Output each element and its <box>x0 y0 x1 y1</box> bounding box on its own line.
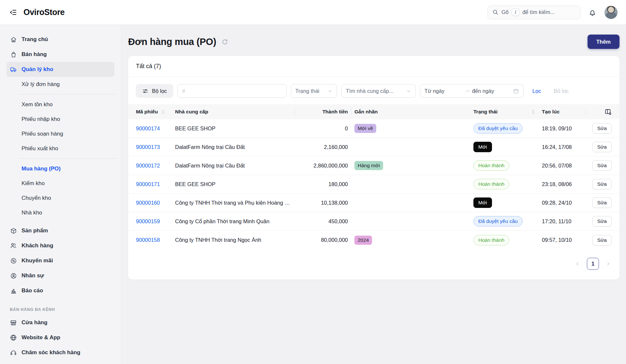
sidebar-sub-item[interactable]: Phiếu nhập kho <box>7 112 114 126</box>
amount-cell: 80,000,000 <box>299 237 348 243</box>
sliders-icon <box>142 88 148 94</box>
table-row: 90000160 Công ty TNHH Thời trang và Phụ … <box>128 194 619 212</box>
global-search-input[interactable]: Gõ / để tìm kiếm... <box>487 6 580 19</box>
amount-cell: 2,160,000 <box>299 144 348 150</box>
sidebar-item-label: Chăm sóc khách hàng <box>22 349 80 356</box>
next-page-icon[interactable] <box>605 261 611 267</box>
sidebar-item[interactable]: Trang chủ <box>7 32 114 47</box>
current-page-button[interactable]: 1 <box>587 258 599 270</box>
po-code-link[interactable]: 90000173 <box>136 144 169 150</box>
edit-button[interactable]: Sửa <box>592 123 612 134</box>
supplier-select[interactable]: Tìm nhà cung cấp... <box>341 84 416 98</box>
column-header-label: Gắn nhãn <box>354 109 378 115</box>
status-badge: Hoàn thành <box>473 235 509 245</box>
created-cell: 16:24, 17/08 <box>542 144 583 150</box>
sidebar-item[interactable]: Nhân sự <box>7 268 114 283</box>
sidebar-item-label: Khuyến mãi <box>22 257 53 264</box>
date-from-placeholder: Từ ngày <box>425 88 463 94</box>
label-badge: Hàng mới <box>354 161 383 170</box>
users-icon <box>10 242 17 249</box>
slash-keycap: / <box>512 8 519 16</box>
po-card: Tất cả (7) Bộ lọc Trạng thái <box>128 56 619 280</box>
sidebar-sub-item[interactable]: Kiểm kho <box>7 176 114 191</box>
sidebar-item-label: Cửa hàng <box>22 319 47 326</box>
status-badge: Mới <box>473 142 492 152</box>
sidebar-sub-item[interactable]: Xử lý đơn hàng <box>7 77 114 92</box>
sidebar-item[interactable]: Khuyến mãi <box>7 253 114 268</box>
sidebar-item[interactable]: Chăm sóc khách hàng <box>7 345 114 360</box>
sidebar-item-label: Bán hàng <box>22 51 47 58</box>
sidebar-sub-item-label: Xem tồn kho <box>22 101 52 108</box>
sidebar-sub-item[interactable]: Mua hàng (PO) <box>7 161 114 176</box>
edit-button[interactable]: Sửa <box>592 179 612 189</box>
status-select[interactable]: Trạng thái <box>291 84 337 98</box>
label-badge: 2024 <box>354 236 372 245</box>
status-cell: Hoàn thành <box>473 235 535 245</box>
edit-button[interactable]: Sửa <box>592 160 612 171</box>
created-cell: 18:19, 09/10 <box>542 125 583 132</box>
sidebar-sub-item[interactable]: Xem tồn kho <box>7 97 114 112</box>
status-badge: Đã duyệt yêu cầu <box>473 216 523 226</box>
sidebar-item[interactable]: Quản lý kho <box>7 62 114 77</box>
created-cell: 09:57, 10/10 <box>542 237 583 243</box>
store-icon <box>10 319 17 326</box>
column-header-status[interactable]: Trạng thái <box>473 109 535 115</box>
sidebar-sub-item[interactable]: Phiếu soạn hàng <box>7 126 114 141</box>
column-settings-icon[interactable] <box>604 108 612 115</box>
filter-button[interactable]: Bộ lọc <box>136 84 173 98</box>
edit-button[interactable]: Sửa <box>592 142 612 152</box>
status-cell: Mới <box>473 142 535 152</box>
avatar[interactable] <box>604 6 618 19</box>
sidebar-item[interactable]: Khách hàng <box>7 238 114 253</box>
amount-cell: 2,860,000,000 <box>299 163 348 169</box>
tab-all[interactable]: Tất cả (7) <box>136 63 161 70</box>
sidebar-sub-item[interactable]: Chuyển kho <box>7 191 114 205</box>
percent-icon <box>10 257 17 264</box>
edit-button[interactable]: Sửa <box>592 197 612 208</box>
po-code-link[interactable]: 90000159 <box>136 218 169 225</box>
table-header: Mã phiếuNhà cung cấpThành tiềnGắn nhãnTr… <box>128 104 619 119</box>
date-range-picker[interactable]: Từ ngày ⇀ đến ngày <box>420 84 524 98</box>
edit-button[interactable]: Sửa <box>592 216 612 226</box>
code-search-input[interactable] <box>177 84 287 98</box>
filter-button-label: Bộ lọc <box>152 88 167 94</box>
po-code-link[interactable]: 90000160 <box>136 200 169 206</box>
column-header-created: Tạo lúc <box>542 109 583 115</box>
amount-cell: 450,000 <box>299 218 348 225</box>
supplier-cell: Công ty TNHH Thời trang Ngọc Ánh <box>175 237 292 243</box>
column-header-label: Tạo lúc <box>542 109 559 115</box>
sidebar-sub-item[interactable]: Phiếu xuất kho <box>7 141 114 156</box>
sidebar-sub-item[interactable]: Nhà kho <box>7 205 114 220</box>
po-code-link[interactable]: 90000158 <box>136 237 169 243</box>
sidebar-sub-item-label: Xử lý đơn hàng <box>22 81 60 88</box>
po-code-link[interactable]: 90000172 <box>136 163 169 169</box>
sidebar-item[interactable]: Báo cáo <box>7 283 114 298</box>
table-body: 90000174 BEE GEE SHOP 0 Mới về Đã duyệt … <box>128 119 619 249</box>
sidebar-item[interactable]: Bán hàng <box>7 47 114 62</box>
sidebar-item[interactable]: Sản phẩm <box>7 223 114 238</box>
sidebar-divider <box>18 94 116 95</box>
add-button[interactable]: Thêm <box>588 35 619 49</box>
sidebar-sub-item-label: Chuyển kho <box>22 195 51 201</box>
prev-page-icon[interactable] <box>575 261 580 267</box>
sidebar-item[interactable]: Website & App <box>7 330 114 345</box>
refresh-icon[interactable] <box>221 38 228 45</box>
column-header-label: Nhà cung cấp <box>175 109 208 115</box>
edit-button[interactable]: Sửa <box>592 235 612 245</box>
po-code-link[interactable]: 90000171 <box>136 181 169 187</box>
action-cell: Sửa <box>589 142 612 152</box>
sidebar-item[interactable]: Cửa hàng <box>7 315 114 330</box>
supplier-cell: BEE GEE SHOP <box>175 181 292 187</box>
column-header-code[interactable]: Mã phiếu <box>136 109 169 115</box>
sidebar-section-label: BÁN HÀNG ĐA KÊNH <box>10 307 121 312</box>
collapse-sidebar-icon[interactable] <box>8 7 18 17</box>
table-row: 90000171 BEE GEE SHOP 180,000 Hoàn thành… <box>128 175 619 194</box>
apply-filter-link[interactable]: Lọc <box>532 88 541 94</box>
search-placeholder-prefix: Gõ <box>501 9 509 15</box>
bell-icon[interactable] <box>588 8 597 17</box>
action-cell: Sửa <box>589 123 612 134</box>
search-placeholder-suffix: để tìm kiếm... <box>522 9 555 15</box>
table-row: 90000172 DalatFarm Nông trại Cầu Đất 2,8… <box>128 156 619 175</box>
po-code-link[interactable]: 90000174 <box>136 125 169 132</box>
globe-icon <box>10 334 17 341</box>
